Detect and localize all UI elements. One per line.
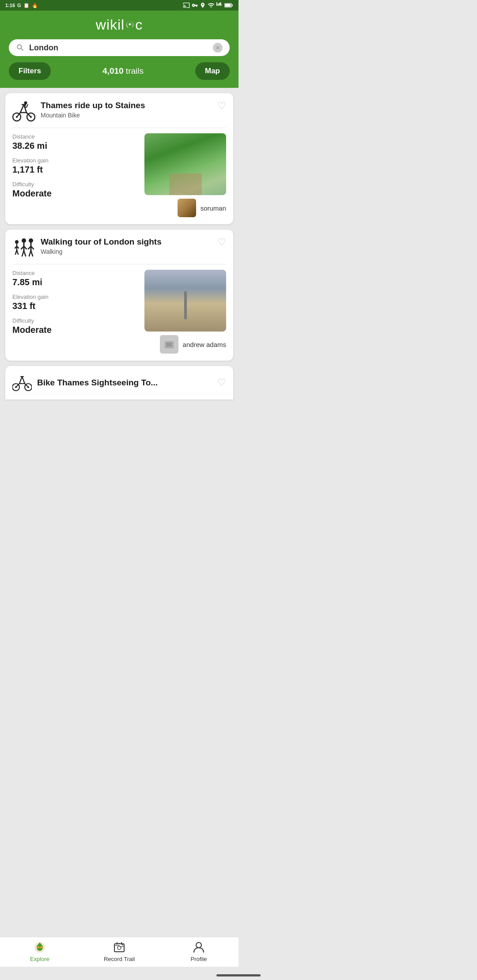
trails-list: Thames ride up to Staines Mountain Bike … xyxy=(0,88,238,449)
card-header-2: Walking tour of London sights Walking ♡ xyxy=(5,230,233,264)
favorite-button-partial[interactable]: ♡ xyxy=(217,377,226,388)
google-icon: G xyxy=(17,3,21,8)
app-header: wikil c × Filters 4,010 trails Map xyxy=(0,11,238,88)
clipboard-icon: 📋 xyxy=(23,3,30,8)
trail-title-1: Thames ride up to Staines xyxy=(41,100,212,111)
trail-card-partial[interactable]: Bike Thames Sightseeing To... ♡ xyxy=(5,366,233,400)
status-left: 1:16 G 📋 🔥 xyxy=(5,3,38,8)
walking-icon xyxy=(12,237,35,260)
elevation-stat-2: Elevation gain 331 ft xyxy=(12,294,139,311)
trail-image-2 xyxy=(144,270,226,332)
svg-rect-5 xyxy=(232,4,233,6)
search-input[interactable] xyxy=(29,43,208,53)
user-row-1: soruman xyxy=(178,199,226,217)
avatar-2 xyxy=(160,335,178,354)
battery-icon xyxy=(224,2,233,8)
svg-line-18 xyxy=(17,250,18,254)
distance-stat-2: Distance 7.85 mi xyxy=(12,270,139,287)
trail-card-1[interactable]: Thames ride up to Staines Mountain Bike … xyxy=(5,93,233,224)
username-1: soruman xyxy=(201,204,226,212)
svg-line-24 xyxy=(24,251,26,256)
cast-icon xyxy=(183,2,190,9)
status-bar: 1:16 G 📋 🔥 xyxy=(0,0,238,11)
filters-button[interactable]: Filters xyxy=(9,62,51,80)
svg-rect-1 xyxy=(218,4,219,6)
svg-rect-0 xyxy=(216,2,217,6)
clear-button[interactable]: × xyxy=(213,43,223,53)
svg-rect-6 xyxy=(225,4,231,7)
svg-point-12 xyxy=(24,102,27,105)
username-2: andrew adams xyxy=(183,341,226,348)
card-stats-1: Distance 38.26 mi Elevation gain 1,171 f… xyxy=(12,133,139,217)
trail-card-2[interactable]: Walking tour of London sights Walking ♡ … xyxy=(5,230,233,361)
difficulty-stat-2: Difficulty Moderate xyxy=(12,317,139,335)
partial-trail-title: Bike Thames Sightseeing To... xyxy=(37,378,158,388)
distance-stat-1: Distance 38.26 mi xyxy=(12,133,139,151)
key-icon xyxy=(192,2,198,8)
bike-icon-partial xyxy=(12,373,32,392)
trail-image-1 xyxy=(144,133,226,195)
signal-icon xyxy=(216,2,223,8)
card-body-1: Distance 38.26 mi Elevation gain 1,171 f… xyxy=(5,128,233,224)
trail-title-2: Walking tour of London sights xyxy=(41,237,212,247)
status-time: 1:16 xyxy=(5,3,15,8)
svg-rect-32 xyxy=(167,343,169,345)
search-icon xyxy=(16,43,25,52)
svg-rect-33 xyxy=(170,343,171,345)
favorite-button-1[interactable]: ♡ xyxy=(217,100,226,112)
trail-type-2: Walking xyxy=(41,248,212,255)
wifi-icon xyxy=(208,2,215,9)
svg-rect-3 xyxy=(220,2,221,6)
fire-icon: 🔥 xyxy=(32,3,38,8)
search-bar[interactable]: × xyxy=(9,39,230,56)
svg-rect-2 xyxy=(219,3,220,6)
map-button[interactable]: Map xyxy=(195,62,230,80)
difficulty-stat-1: Difficulty Moderate xyxy=(12,181,139,199)
trail-type-1: Mountain Bike xyxy=(41,112,212,119)
user-row-2: andrew adams xyxy=(160,335,226,354)
card-title-area-1: Thames ride up to Staines Mountain Bike xyxy=(41,100,212,119)
mountain-bike-icon xyxy=(12,100,35,123)
card-header-1: Thames ride up to Staines Mountain Bike … xyxy=(5,93,233,128)
favorite-button-2[interactable]: ♡ xyxy=(217,237,226,248)
avatar-1 xyxy=(178,199,196,217)
status-right xyxy=(183,2,233,9)
filter-row: Filters 4,010 trails Map xyxy=(9,62,230,80)
elevation-stat-1: Elevation gain 1,171 ft xyxy=(12,157,139,175)
card-stats-2: Distance 7.85 mi Elevation gain 331 ft D… xyxy=(12,270,139,354)
card-title-area-2: Walking tour of London sights Walking xyxy=(41,237,212,255)
card-image-area-1: soruman xyxy=(144,133,226,217)
svg-rect-34 xyxy=(167,345,171,346)
bottom-spacer xyxy=(5,405,233,449)
logo-text: wikil c xyxy=(96,17,143,33)
svg-line-30 xyxy=(31,251,33,256)
svg-rect-31 xyxy=(165,341,174,348)
card-body-2: Distance 7.85 mi Elevation gain 331 ft D… xyxy=(5,264,233,361)
trails-count: 4,010 trails xyxy=(55,66,191,76)
logo: wikil c xyxy=(96,17,143,33)
card-image-area-2: andrew adams xyxy=(144,270,226,354)
location-icon xyxy=(200,2,206,8)
